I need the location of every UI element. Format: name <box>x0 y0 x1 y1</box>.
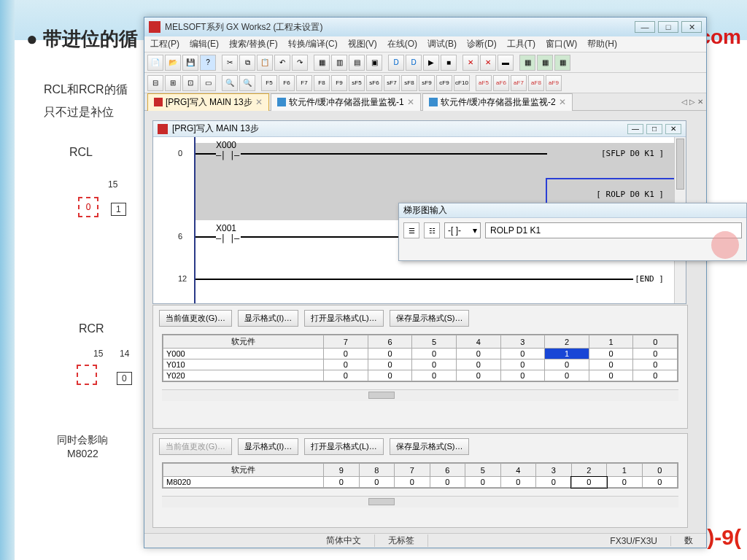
el2-icon[interactable]: ⊞ <box>165 75 181 91</box>
x2-icon[interactable]: ✕ <box>480 55 496 71</box>
sf6-icon[interactable]: sF6 <box>366 75 382 91</box>
ladder-title: [PRG]写入 MAIN 13步 <box>172 122 259 135</box>
btn-fmt[interactable]: 显示格式(I)… <box>238 310 298 327</box>
inner-close[interactable]: ✕ <box>665 124 681 134</box>
g3-icon[interactable]: ▦ <box>554 55 570 71</box>
menu-view[interactable]: 视图(V) <box>348 38 377 50</box>
sf8-icon[interactable]: sF8 <box>401 75 417 91</box>
f8-icon[interactable]: F8 <box>314 75 330 91</box>
note2: M8022 <box>67 448 98 459</box>
el4-icon[interactable]: ▭ <box>200 75 216 91</box>
hscroll-1[interactable] <box>162 389 678 401</box>
f5-icon[interactable]: F5 <box>261 75 277 91</box>
paste-icon[interactable]: 📋 <box>257 55 273 71</box>
g1-icon[interactable]: ▦ <box>519 55 535 71</box>
inner-min[interactable]: — <box>627 124 643 134</box>
popup-btn-2[interactable]: ☷ <box>424 222 440 238</box>
tb-a[interactable]: ▦ <box>314 55 330 71</box>
rcr-0: 0 <box>117 372 132 385</box>
btn-openfmt-2[interactable]: 打开显示格式(L)… <box>304 438 383 455</box>
copy-icon[interactable]: ⧉ <box>239 55 255 71</box>
btn-fmt-2[interactable]: 显示格式(I)… <box>238 438 298 455</box>
af7-icon[interactable]: aF7 <box>511 75 527 91</box>
cf10-icon[interactable]: cF10 <box>454 75 470 91</box>
status-lang: 简体中文 <box>313 534 375 547</box>
contact-x000[interactable]: X000—| |— <box>216 140 239 160</box>
step-12: 12 <box>178 274 187 283</box>
help-icon[interactable]: ? <box>200 55 216 71</box>
tab-mon2[interactable]: 软元件/缓冲存储器批量监视-2✕ <box>422 93 573 111</box>
af8-icon[interactable]: aF8 <box>528 75 544 91</box>
rcr-14: 14 <box>120 349 129 359</box>
ladder-titlebar[interactable]: [PRG]写入 MAIN 13步 — □ ✕ <box>153 121 686 137</box>
el-icon[interactable]: ⊟ <box>147 75 163 91</box>
close-button[interactable]: ✕ <box>681 21 702 33</box>
x3-icon[interactable]: ▬ <box>498 55 514 71</box>
popup-btn-1[interactable]: ☰ <box>403 222 419 238</box>
maximize-button[interactable]: □ <box>658 21 678 33</box>
sf9-icon[interactable]: sF9 <box>419 75 435 91</box>
undo-icon[interactable]: ↶ <box>274 55 290 71</box>
tb-d[interactable]: ▣ <box>366 55 382 71</box>
tb-c[interactable]: ▤ <box>349 55 365 71</box>
af9-icon[interactable]: aF9 <box>546 75 562 91</box>
mon2-icon[interactable]: ■ <box>441 55 457 71</box>
menu-edit[interactable]: 编辑(E) <box>190 38 219 50</box>
x1-icon[interactable]: ✕ <box>462 55 479 71</box>
tab-prg[interactable]: [PRG]写入 MAIN 13步✕ <box>147 93 269 111</box>
el3-icon[interactable]: ⊡ <box>182 75 198 91</box>
dev2-icon[interactable]: D <box>406 55 422 71</box>
popup-title[interactable]: 梯形图输入 <box>399 203 746 218</box>
slide-line2: 只不过是补位 <box>44 105 114 120</box>
menu-project[interactable]: 工程(P) <box>150 38 179 50</box>
contact-x001[interactable]: X001—| |— <box>216 223 239 244</box>
menu-compile[interactable]: 转换/编译(C) <box>288 38 338 50</box>
chevron-down-icon: ▾ <box>473 225 477 236</box>
popup-input[interactable]: ROLP D1 K1 <box>485 222 742 238</box>
find-icon[interactable]: 🔍 <box>222 75 238 91</box>
instr-sflp[interactable]: [SFLP D0 K1 ] <box>601 149 664 158</box>
tab-mon1[interactable]: 软元件/缓冲存储器批量监视-1✕ <box>271 93 421 111</box>
doc-icon <box>158 124 168 134</box>
save-icon[interactable]: 💾 <box>182 55 198 71</box>
ladder-input-popup[interactable]: 梯形图输入 ☰ ☷ -[ ]-▾ ROLP D1 K1 <box>398 203 747 261</box>
cf9-icon[interactable]: cF9 <box>436 75 452 91</box>
open-icon[interactable]: 📂 <box>165 55 181 71</box>
tab-nav[interactable]: ◁ ▷ ✕ <box>681 98 703 106</box>
btn-curval[interactable]: 当前值更改(G)… <box>159 310 232 327</box>
tb-b[interactable]: ▥ <box>331 55 347 71</box>
f7-icon[interactable]: F7 <box>296 75 312 91</box>
menu-help[interactable]: 帮助(H) <box>587 38 617 50</box>
btn-openfmt[interactable]: 打开显示格式(L)… <box>304 310 383 327</box>
f9-icon[interactable]: F9 <box>331 75 347 91</box>
device-table-y[interactable]: 软元件 76543210 Y00000000100 Y01000000000 Y… <box>162 334 678 382</box>
sf7-icon[interactable]: sF7 <box>384 75 400 91</box>
menu-diag[interactable]: 诊断(D) <box>467 38 497 50</box>
btn-savefmt-2[interactable]: 保存显示格式(S)… <box>390 438 470 455</box>
find2-icon[interactable]: 🔍 <box>239 75 255 91</box>
hscroll-2[interactable] <box>162 496 678 508</box>
g2-icon[interactable]: ▦ <box>537 55 553 71</box>
btn-savefmt[interactable]: 保存显示格式(S)… <box>390 310 470 327</box>
mon-icon[interactable]: ▶ <box>423 55 439 71</box>
titlebar[interactable]: MELSOFT系列 GX Works2 (工程未设置) — □ ✕ <box>144 18 706 36</box>
device-table-m[interactable]: 软元件 9876543210 M80200000000000 <box>162 462 678 489</box>
monitor-panel-2: 当前值更改(G)… 显示格式(I)… 打开显示格式(L)… 保存显示格式(S)…… <box>152 433 688 528</box>
dev-icon[interactable]: D <box>388 55 404 71</box>
new-icon[interactable]: 📄 <box>147 55 163 71</box>
menu-debug[interactable]: 调试(B) <box>427 38 457 50</box>
menubar[interactable]: 工程(P) 编辑(E) 搜索/替换(F) 转换/编译(C) 视图(V) 在线(O… <box>144 36 706 52</box>
menu-search[interactable]: 搜索/替换(F) <box>229 38 278 50</box>
menu-online[interactable]: 在线(O) <box>387 38 417 50</box>
f6-icon[interactable]: F6 <box>279 75 295 91</box>
menu-window[interactable]: 窗口(W) <box>546 38 577 50</box>
menu-tools[interactable]: 工具(T) <box>507 38 535 50</box>
cut-icon[interactable]: ✂ <box>222 55 238 71</box>
popup-select[interactable]: -[ ]-▾ <box>444 222 481 238</box>
af5-icon[interactable]: aF5 <box>476 75 492 91</box>
sf5-icon[interactable]: sF5 <box>349 75 365 91</box>
inner-max[interactable]: □ <box>646 124 662 134</box>
redo-icon[interactable]: ↷ <box>292 55 308 71</box>
af6-icon[interactable]: aF6 <box>493 75 509 91</box>
minimize-button[interactable]: — <box>635 21 655 33</box>
